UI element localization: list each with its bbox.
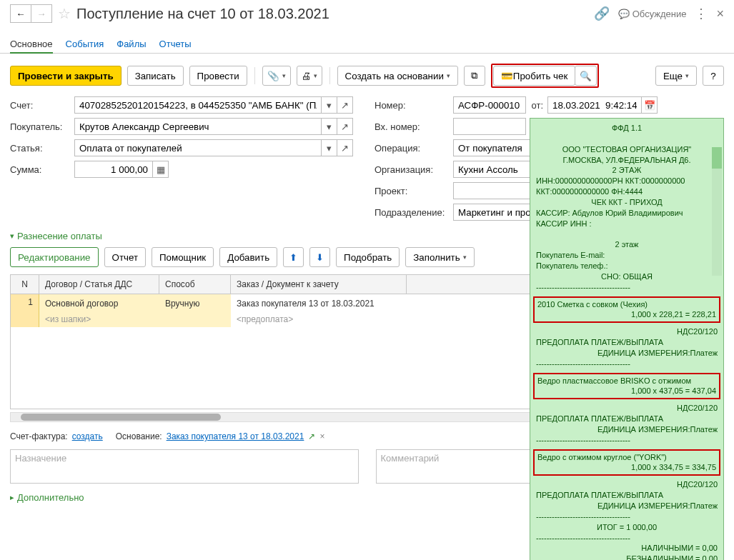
purpose-textarea[interactable]: Назначение bbox=[10, 449, 359, 484]
article-dropdown[interactable]: ▾ bbox=[322, 139, 337, 156]
helper-button[interactable]: Помощник bbox=[152, 247, 214, 267]
close-icon[interactable]: × bbox=[716, 6, 724, 21]
number-input[interactable] bbox=[453, 96, 526, 114]
buyer-open[interactable]: ↗ bbox=[337, 118, 353, 135]
chevron-down-icon: ▾ bbox=[10, 231, 14, 241]
post-close-button[interactable]: Провести и закрыть bbox=[10, 66, 121, 86]
division-label: Подразделение: bbox=[375, 207, 453, 218]
invoice-create-link[interactable]: создать bbox=[72, 431, 103, 441]
edit-button[interactable]: Редактирование bbox=[10, 247, 99, 267]
more-icon[interactable]: ⋮ bbox=[695, 6, 708, 21]
find-check-button[interactable]: 🔍 bbox=[575, 66, 597, 86]
fill-button[interactable]: Заполнить▾ bbox=[405, 247, 474, 267]
account-open[interactable]: ↗ bbox=[337, 96, 353, 114]
account-input[interactable] bbox=[74, 96, 322, 114]
basis-open-icon[interactable]: ↗ bbox=[308, 431, 315, 441]
article-label: Статья: bbox=[10, 143, 74, 154]
add-button[interactable]: Добавить bbox=[219, 247, 277, 267]
post-button[interactable]: Провести bbox=[189, 66, 247, 86]
article-open[interactable]: ↗ bbox=[337, 139, 353, 156]
tab-events[interactable]: События bbox=[66, 36, 104, 54]
receipt-item: Ведро пластмассовое BRISKO с отжимом 1,0… bbox=[533, 373, 720, 400]
sum-calc[interactable]: ▦ bbox=[153, 161, 169, 178]
date-picker[interactable]: 📅 bbox=[642, 96, 658, 114]
extnum-label: Вх. номер: bbox=[375, 121, 453, 132]
project-label: Проект: bbox=[375, 186, 453, 196]
date-input[interactable] bbox=[547, 96, 642, 114]
pick-button[interactable]: Подобрать bbox=[336, 247, 400, 267]
receipt-item: Ведро с отжимом круглое ("YORK") 1,000 x… bbox=[533, 449, 720, 476]
structure-button[interactable]: ⧉ bbox=[464, 66, 485, 86]
save-button[interactable]: Записать bbox=[127, 66, 184, 86]
number-label: Номер: bbox=[375, 100, 453, 111]
attach-button[interactable]: 📎▾ bbox=[262, 66, 291, 86]
report-button[interactable]: Отчет bbox=[104, 247, 147, 267]
favorite-icon[interactable]: ☆ bbox=[58, 5, 71, 22]
basis-clear-icon[interactable]: × bbox=[319, 431, 324, 441]
from-label: от: bbox=[526, 100, 547, 111]
receipt-preview: ФФД 1.1 ООО "ТЕСТОВАЯ ОРГАНИЗАЦИЯ" Г.МОС… bbox=[530, 118, 724, 560]
sum-input[interactable] bbox=[74, 161, 153, 178]
buyer-input[interactable] bbox=[74, 118, 322, 135]
sum-label: Сумма: bbox=[10, 164, 74, 175]
article-input[interactable] bbox=[74, 139, 322, 156]
move-up-button[interactable]: ⬆ bbox=[283, 247, 304, 267]
more-button[interactable]: Еще▾ bbox=[655, 66, 697, 86]
operation-label: Операция: bbox=[375, 143, 453, 154]
col-n[interactable]: N bbox=[11, 275, 39, 294]
col-order[interactable]: Заказ / Документ к зачету bbox=[231, 275, 407, 294]
receipt-scrollbar[interactable] bbox=[712, 147, 722, 276]
extnum-input[interactable] bbox=[453, 118, 526, 135]
nav-forward-button[interactable]: → bbox=[31, 4, 52, 23]
move-down-button[interactable]: ⬇ bbox=[309, 247, 330, 267]
account-dropdown[interactable]: ▾ bbox=[322, 96, 337, 114]
account-label: Счет: bbox=[10, 100, 74, 111]
buyer-dropdown[interactable]: ▾ bbox=[322, 118, 337, 135]
tab-reports[interactable]: Отчеты bbox=[159, 36, 192, 54]
col-method[interactable]: Способ bbox=[159, 275, 231, 294]
page-title: Поступление на счет 10 от 18.03.2021 bbox=[76, 6, 594, 22]
org-label: Организация: bbox=[375, 164, 453, 175]
print-check-button[interactable]: 💳 Пробить чек bbox=[493, 66, 575, 86]
link-icon[interactable]: 🔗 bbox=[594, 6, 610, 21]
tab-main[interactable]: Основное bbox=[10, 36, 53, 54]
create-based-button[interactable]: Создать на основании▾ bbox=[337, 66, 458, 86]
receipt-item: 2010 Сметка с совком (Чехия) 1,000 x 228… bbox=[533, 296, 720, 324]
chevron-right-icon: ▸ bbox=[10, 493, 14, 502]
basis-label: Основание: bbox=[116, 431, 162, 441]
buyer-label: Покупатель: bbox=[10, 121, 74, 132]
print-button[interactable]: 🖨▾ bbox=[297, 66, 322, 86]
receipt-group: 💳 Пробить чек 🔍 bbox=[491, 64, 599, 88]
basis-link[interactable]: Заказ покупателя 13 от 18.03.2021 bbox=[167, 431, 304, 441]
help-button[interactable]: ? bbox=[703, 66, 724, 86]
discuss-button[interactable]: 💬Обсуждение bbox=[618, 9, 687, 19]
nav-back-button[interactable]: ← bbox=[10, 4, 31, 23]
invoice-label: Счет-фактура: bbox=[10, 431, 68, 441]
col-contract[interactable]: Договор / Статья ДДС bbox=[39, 275, 159, 294]
tab-files[interactable]: Файлы bbox=[116, 36, 146, 54]
